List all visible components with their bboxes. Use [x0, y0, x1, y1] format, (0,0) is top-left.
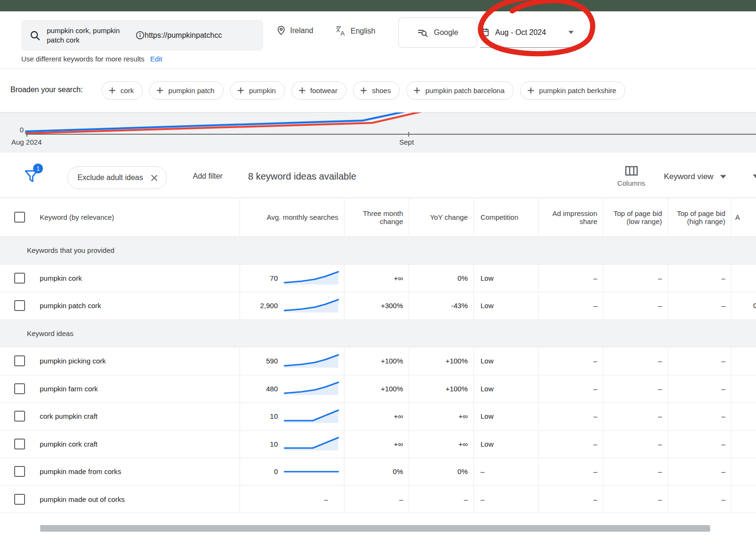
location-selector[interactable]: Ireland: [276, 26, 313, 35]
row-checkbox[interactable]: [14, 439, 25, 449]
keyword-cell[interactable]: pumpkin made from corks: [40, 467, 121, 475]
column-header-top-of-page-bid-low[interactable]: Top of page bid (low range): [603, 198, 668, 236]
table-row: pumpkin cork craft 10 +∞ +∞ Low – – –: [0, 431, 756, 458]
trend-chart-canvas: [0, 112, 756, 153]
plus-icon: [156, 87, 163, 94]
scrollbar-thumb[interactable]: [40, 525, 710, 532]
three-month-change-value: +100%: [344, 347, 409, 375]
edit-link[interactable]: Edit: [150, 55, 163, 63]
chip-label: footwear: [310, 86, 338, 95]
broaden-chip[interactable]: footwear: [292, 81, 347, 100]
table-row: pumpkin picking cork 590 +100% +100% Low…: [0, 347, 756, 375]
keyword-cell[interactable]: pumpkin made out of corks: [40, 495, 125, 503]
avg-monthly-searches-value: 0: [274, 467, 278, 475]
top-of-page-bid-high-value: –: [668, 403, 731, 430]
exclude-chip-label: Exclude adult ideas: [77, 173, 143, 182]
keywords-hint: Use different keywords for more results: [21, 55, 145, 63]
avg-monthly-searches-value: 590: [266, 357, 278, 365]
yoy-change-value: +100%: [409, 375, 473, 403]
ad-impression-share-value: –: [538, 347, 603, 375]
column-header-keyword[interactable]: Keyword (by relevance): [40, 213, 114, 221]
info-icon: [136, 31, 145, 40]
add-filter-button[interactable]: Add filter: [193, 172, 223, 181]
site-url-text: https://pumpkinpatchcc: [145, 31, 222, 40]
top-of-page-bid-low-value: –: [603, 431, 668, 458]
broaden-chip[interactable]: pumpkin patch berkshire: [520, 81, 625, 100]
broaden-chip[interactable]: pumpkin: [230, 81, 285, 100]
chip-label: pumpkin: [249, 86, 276, 95]
location-label: Ireland: [290, 26, 313, 35]
keyword-cell[interactable]: pumpkin cork: [40, 274, 82, 282]
avg-monthly-searches-value: 2,900: [260, 302, 278, 310]
three-month-change-value: +∞: [344, 431, 409, 458]
chip-label: pumpkin patch berkshire: [539, 86, 616, 95]
avg-monthly-searches-cell: –: [240, 486, 344, 513]
column-header-yoy-change[interactable]: YoY change: [409, 198, 473, 236]
column-header-ad-impression-share[interactable]: Ad impression share: [538, 198, 603, 236]
sparkline-chart: [284, 270, 339, 285]
competition-value: –: [473, 486, 538, 513]
ad-impression-share-value: –: [538, 431, 603, 458]
clipped-column-value: 0: [731, 292, 756, 319]
keyword-cell[interactable]: pumpkin patch cork: [40, 302, 101, 310]
row-checkbox[interactable]: [14, 466, 25, 477]
section-label: Keyword ideas: [27, 329, 73, 337]
column-header-competition[interactable]: Competition: [473, 198, 538, 236]
avg-monthly-searches-cell: 590: [240, 347, 344, 375]
broaden-chip[interactable]: shoes: [353, 81, 400, 100]
yoy-change-value: -43%: [409, 292, 473, 319]
plus-icon: [527, 87, 534, 94]
yoy-change-value: +∞: [409, 431, 473, 458]
site-url-field[interactable]: https://pumpkinpatchcc: [136, 31, 263, 40]
horizontal-scrollbar[interactable]: [0, 525, 756, 532]
top-of-page-bid-high-value: –: [668, 486, 731, 513]
column-header-clipped: A: [731, 198, 756, 236]
row-checkbox[interactable]: [14, 300, 25, 311]
yoy-change-value: 0%: [409, 458, 473, 485]
column-header-top-of-page-bid-high[interactable]: Top of page bid (high range): [668, 198, 731, 236]
chevron-down-icon: [720, 175, 726, 179]
clipped-column-value: [731, 403, 756, 430]
column-header-three-month-change[interactable]: Three month change: [344, 198, 409, 236]
ad-impression-share-value: –: [538, 265, 603, 292]
row-checkbox[interactable]: [14, 494, 25, 505]
table-row: cork pumpkin craft 10 +∞ +∞ Low – – –: [0, 403, 756, 431]
exclude-adult-ideas-chip[interactable]: Exclude adult ideas: [68, 166, 167, 189]
sparkline-chart: [284, 464, 339, 479]
column-header-avg-monthly-searches[interactable]: Avg. monthly searches: [240, 198, 344, 236]
keyword-cell[interactable]: pumpkin cork craft: [40, 440, 98, 448]
keyword-search-box[interactable]: pumpkin cork, pumpkin patch cork https:/…: [21, 20, 263, 51]
row-checkbox[interactable]: [14, 411, 25, 422]
columns-icon: [625, 166, 638, 176]
row-checkbox[interactable]: [14, 273, 25, 284]
columns-button[interactable]: Columns: [614, 166, 648, 187]
close-icon[interactable]: [151, 174, 158, 181]
chip-label: pumpkin patch barcelona: [425, 86, 505, 95]
clipped-column-value: [731, 347, 756, 375]
keywords-input-value[interactable]: pumpkin cork, pumpkin patch cork: [47, 26, 126, 45]
date-range-label: Aug - Oct 2024: [495, 28, 546, 37]
broaden-chip[interactable]: pumpkin patch barcelona: [406, 81, 514, 100]
three-month-change-value: 0%: [344, 458, 409, 485]
avg-monthly-searches-value: 10: [270, 412, 278, 420]
keyword-cell[interactable]: pumpkin farm cork: [40, 385, 98, 393]
yoy-change-value: +100%: [409, 347, 473, 375]
row-checkbox[interactable]: [14, 383, 25, 394]
top-of-page-bid-high-value: –: [668, 347, 731, 375]
calendar-icon: [480, 27, 490, 37]
keyword-cell[interactable]: pumpkin picking cork: [40, 357, 106, 365]
ad-impression-share-value: –: [538, 486, 603, 513]
broaden-chip[interactable]: cork: [102, 81, 143, 100]
three-month-change-value: –: [344, 486, 409, 513]
svg-text:A: A: [341, 30, 345, 36]
keyword-view-dropdown[interactable]: Keyword view: [664, 172, 726, 181]
date-range-selector[interactable]: Aug - Oct 2024: [480, 17, 577, 48]
language-selector[interactable]: X A English: [335, 26, 375, 36]
network-selector[interactable]: Google: [398, 17, 477, 48]
select-all-checkbox[interactable]: [14, 212, 25, 223]
clipped-column-value: [731, 486, 756, 513]
row-checkbox[interactable]: [14, 355, 25, 366]
broaden-chip[interactable]: pumpkin patch: [149, 81, 223, 100]
chip-label: cork: [120, 86, 134, 95]
keyword-cell[interactable]: cork pumpkin craft: [40, 412, 98, 420]
